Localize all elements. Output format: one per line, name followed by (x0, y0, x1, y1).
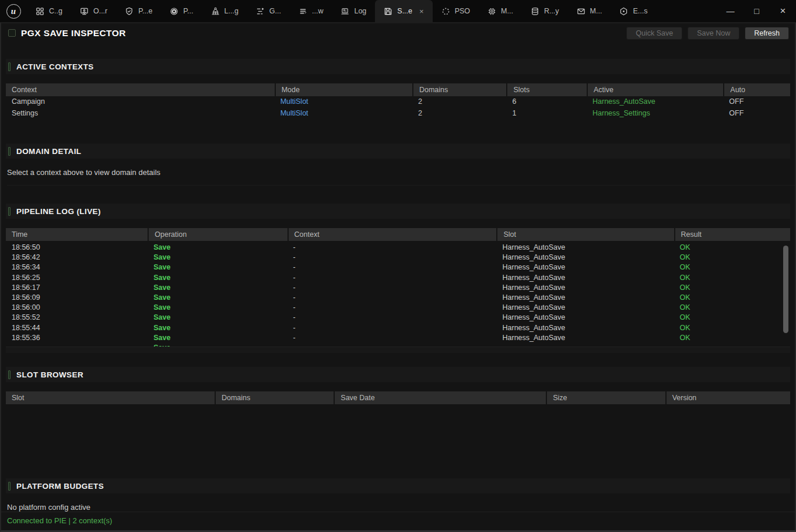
save-icon (384, 7, 392, 16)
section-platform-budgets: PLATFORM BUDGETS (6, 478, 790, 494)
column-header: Context (287, 228, 497, 241)
tab-l-g[interactable]: L...g (202, 0, 247, 22)
hexagon-icon (619, 7, 628, 16)
tab-label: Log (354, 7, 366, 15)
log-operation: Save (148, 343, 287, 346)
log-row: 18:56:42 Save - Harness_AutoSave OK (6, 253, 790, 262)
tab-label: G... (269, 7, 281, 15)
log-context: - (287, 313, 497, 323)
column-header: Mode (275, 83, 412, 96)
log-result: OK (674, 333, 790, 343)
log-result: OK (674, 323, 790, 333)
column-header: Slot (6, 391, 215, 404)
minimize-icon[interactable]: — (717, 0, 744, 22)
section-accent (8, 207, 10, 216)
log-slot: Harness_AutoSave (496, 333, 674, 343)
column-header: Context (6, 83, 275, 96)
log-result: OK (674, 253, 790, 262)
section-accent (8, 482, 10, 491)
section-pipeline-log: PIPELINE LOG (LIVE) (6, 204, 790, 219)
panel-checkbox[interactable] (8, 29, 16, 37)
log-operation: Save (148, 283, 287, 293)
tab-label: O...r (93, 7, 107, 15)
laptop-icon (341, 7, 349, 16)
tab-m-1[interactable]: M... (479, 0, 522, 22)
column-header: Result (674, 228, 790, 241)
log-row: 18:56:00 Save - Harness_AutoSave OK (6, 303, 790, 313)
log-slot: Harness_AutoSave (496, 323, 674, 333)
log-time: 18:56:50 (6, 243, 148, 253)
log-slot: Harness_AutoSave (496, 303, 674, 313)
context-auto: OFF (723, 96, 790, 108)
unreal-logo-icon[interactable]: u (0, 0, 27, 22)
quick-save-button[interactable]: Quick Save (626, 27, 682, 40)
window-controls: — □ × (717, 0, 796, 22)
pipeline-log-header: Time Operation Context Slot Result (6, 228, 790, 241)
active-contexts-table: Context Mode Domains Slots Active Auto C… (6, 83, 790, 119)
tab-r-y[interactable]: R...y (522, 0, 568, 22)
log-result: OK (674, 283, 790, 293)
log-operation: Save (148, 262, 287, 272)
landscape-icon (211, 7, 220, 16)
tab-g[interactable]: G... (247, 0, 290, 22)
log-result: OK (674, 303, 790, 313)
active-contexts-header: Context Mode Domains Slots Active Auto (6, 83, 790, 96)
log-result: OK (674, 313, 790, 323)
log-slot: Harness_AutoSave (496, 273, 674, 283)
tab-close-icon[interactable]: × (419, 7, 424, 16)
log-result: OK (674, 293, 790, 303)
tab-e-s[interactable]: E...s (611, 0, 656, 22)
maximize-icon[interactable]: □ (744, 0, 770, 22)
active-contexts-rows: Campaign MultiSlot 2 6 Harness_AutoSave … (6, 96, 790, 119)
log-time: 18:56:34 (6, 262, 148, 272)
column-header: Operation (148, 228, 287, 241)
tab-bar: u C..g O...r P...e P... L...g G... (0, 0, 796, 22)
editor-window: u C..g O...r P...e P... L...g G... (0, 0, 796, 532)
tab-log[interactable]: Log (332, 0, 375, 22)
log-result: OK (674, 273, 790, 283)
save-now-button[interactable]: Save Now (688, 27, 739, 40)
slot-browser-header: Slot Domains Save Date Size Version (6, 391, 790, 404)
log-operation: Save (148, 333, 287, 343)
column-header: Slots (506, 83, 587, 96)
tab-m-2[interactable]: M... (568, 0, 611, 22)
grid-icon (36, 7, 44, 16)
tab-p-e[interactable]: P...e (116, 0, 161, 22)
context-domains: 2 (412, 108, 507, 120)
log-row-partial: Save - (6, 343, 790, 346)
log-context: - (287, 283, 497, 293)
slot-browser-empty-body (6, 404, 790, 475)
tab-p[interactable]: P... (161, 0, 202, 22)
tab-o-r[interactable]: O...r (71, 0, 116, 22)
slot-browser-table: Slot Domains Save Date Size Version (6, 391, 790, 475)
pipeline-log-table: Time Operation Context Slot Result (6, 228, 790, 241)
column-header: Auto (723, 83, 790, 96)
log-row: 18:56:50 Save - Harness_AutoSave OK (6, 243, 790, 253)
column-header: Slot (496, 228, 674, 241)
log-scrollbar[interactable] (783, 246, 788, 333)
tab-c-g[interactable]: C..g (27, 0, 71, 22)
context-row[interactable]: Campaign MultiSlot 2 6 Harness_AutoSave … (6, 96, 790, 108)
shield-check-icon (125, 7, 134, 16)
context-domains: 2 (412, 96, 507, 108)
log-context: - (287, 253, 497, 262)
tab-label: ...w (312, 7, 323, 15)
log-slot: Harness_AutoSave (496, 283, 674, 293)
tab-w[interactable]: ...w (290, 0, 332, 22)
context-slots: 6 (506, 96, 587, 108)
close-icon[interactable]: × (770, 0, 796, 22)
tab-label: R...y (544, 7, 559, 15)
log-operation: Save (148, 313, 287, 323)
refresh-button[interactable]: Refresh (745, 27, 789, 40)
tab-label: PSO (455, 7, 470, 15)
context-row[interactable]: Settings MultiSlot 2 1 Harness_Settings … (6, 108, 790, 120)
tab-save-inspector[interactable]: S...e × (375, 0, 432, 22)
log-time: 18:55:44 (6, 323, 148, 333)
platform-budgets-empty-message: No platform config active (7, 503, 795, 512)
tab-pso[interactable]: PSO (433, 0, 479, 22)
column-header: Time (6, 228, 148, 241)
chip-icon (488, 7, 496, 16)
domain-detail-empty-message: Select a context above to view domain de… (7, 168, 795, 186)
log-row: 18:55:36 Save - Harness_AutoSave OK (6, 333, 790, 343)
log-time: 18:56:09 (6, 293, 148, 303)
